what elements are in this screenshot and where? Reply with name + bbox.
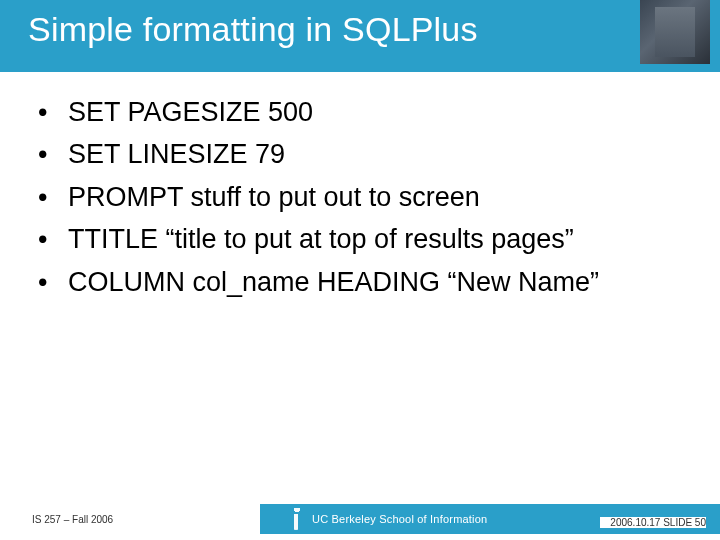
footer-left: IS 257 – Fall 2006 — [0, 514, 260, 525]
slide: Simple formatting in SQLPlus SET PAGESIZ… — [0, 0, 720, 540]
school-logo-icon — [288, 508, 304, 530]
bullet-item: TTITLE “title to put at top of results p… — [38, 221, 690, 257]
bullet-item: SET PAGESIZE 500 — [38, 94, 690, 130]
footer-school: UC Berkeley School of Information — [312, 513, 487, 525]
footer: IS 257 – Fall 2006 UC Berkeley School of… — [0, 500, 720, 540]
bullet-list: SET PAGESIZE 500 SET LINESIZE 79 PROMPT … — [38, 94, 690, 300]
bullet-item: SET LINESIZE 79 — [38, 136, 690, 172]
footer-right: 2006.10.17 SLIDE 50 — [600, 517, 706, 528]
bullet-item: COLUMN col_name HEADING “New Name” — [38, 264, 690, 300]
slide-body: SET PAGESIZE 500 SET LINESIZE 79 PROMPT … — [0, 72, 720, 500]
title-photo — [640, 0, 710, 64]
title-bar: Simple formatting in SQLPlus — [0, 0, 720, 72]
bullet-item: PROMPT stuff to put out to screen — [38, 179, 690, 215]
slide-title: Simple formatting in SQLPlus — [28, 10, 478, 49]
